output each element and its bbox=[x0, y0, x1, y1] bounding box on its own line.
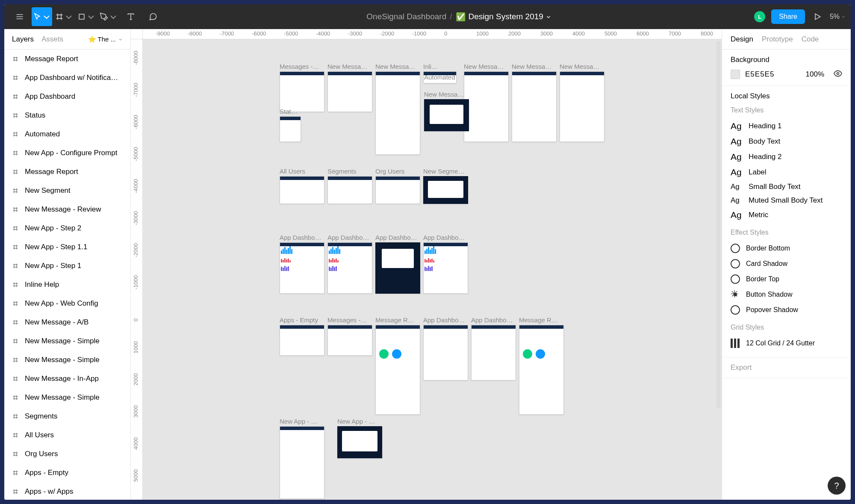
frame-thumbnail[interactable] bbox=[512, 71, 557, 142]
canvas[interactable]: -9000-8000-7000-6000-5000-4000-3000-2000… bbox=[131, 29, 722, 500]
text-style-item[interactable]: AgMetric bbox=[731, 207, 842, 223]
tab-prototype[interactable]: Prototype bbox=[762, 35, 793, 44]
frame-thumbnail[interactable] bbox=[423, 325, 468, 380]
effect-style-item[interactable]: Card Shadow bbox=[731, 256, 842, 271]
effect-style-item[interactable]: Border Top bbox=[731, 271, 842, 287]
layer-item[interactable]: Status bbox=[4, 106, 130, 125]
frame-label[interactable]: New Segme… bbox=[423, 168, 465, 175]
text-style-item[interactable]: AgMuted Small Body Text bbox=[731, 194, 842, 207]
frame-thumbnail[interactable] bbox=[327, 176, 372, 204]
frame-label[interactable]: New Messa… bbox=[375, 63, 415, 70]
layer-item[interactable]: New Message - A/B bbox=[4, 313, 130, 332]
layer-item[interactable]: Apps - Empty bbox=[4, 463, 130, 482]
frame-thumbnail[interactable] bbox=[423, 176, 468, 204]
frame-label[interactable]: Messages -… bbox=[327, 316, 367, 324]
effect-style-item[interactable]: Popover Shadow bbox=[731, 302, 842, 318]
scrollbar-vertical[interactable] bbox=[716, 41, 721, 409]
frame-thumbnail[interactable] bbox=[280, 176, 324, 204]
frame-label[interactable]: Message R… bbox=[375, 316, 414, 324]
frame-thumbnail[interactable] bbox=[375, 242, 420, 294]
move-tool[interactable] bbox=[32, 7, 52, 26]
present-button[interactable] bbox=[811, 7, 824, 26]
layer-item[interactable]: Message Report bbox=[4, 50, 130, 68]
frame-thumbnail[interactable] bbox=[423, 242, 468, 294]
frame-thumbnail[interactable] bbox=[375, 71, 420, 155]
frame-label[interactable]: Stat… bbox=[280, 108, 298, 115]
text-style-item[interactable]: AgLabel bbox=[731, 165, 842, 180]
frame-label[interactable]: Inli… bbox=[423, 63, 438, 70]
visibility-icon[interactable] bbox=[834, 69, 842, 80]
frame-label[interactable]: New App - … bbox=[337, 418, 375, 425]
grid-style-item[interactable]: 12 Col Grid / 24 Gutter bbox=[731, 336, 842, 351]
frame-thumbnail[interactable] bbox=[424, 99, 469, 131]
frame-label[interactable]: Apps - Empty bbox=[280, 316, 318, 324]
frame-label[interactable]: App Dashbo… bbox=[280, 234, 321, 241]
frame-thumbnail[interactable] bbox=[464, 71, 509, 142]
text-tool[interactable] bbox=[121, 7, 141, 26]
page-selector[interactable]: ⭐ The ... bbox=[88, 35, 123, 43]
frame-thumbnail[interactable] bbox=[280, 426, 324, 499]
layer-item[interactable]: New App - Step 1 bbox=[4, 256, 130, 275]
effect-style-item[interactable]: Border Bottom bbox=[731, 241, 842, 256]
frame-label[interactable]: Messages -… bbox=[280, 63, 319, 70]
frame-label[interactable]: New Messa… bbox=[560, 63, 599, 70]
frame-thumbnail[interactable] bbox=[337, 426, 382, 458]
frame-label[interactable]: New App - … bbox=[280, 418, 317, 425]
text-style-item[interactable]: AgBody Text bbox=[731, 134, 842, 149]
frame-label[interactable]: New Messa… bbox=[512, 63, 551, 70]
frame-tool[interactable] bbox=[54, 7, 74, 26]
frame-thumbnail[interactable] bbox=[375, 325, 420, 415]
layer-item[interactable]: New Message - Simple bbox=[4, 351, 130, 369]
pen-tool[interactable] bbox=[98, 7, 119, 26]
text-style-item[interactable]: AgHeading 2 bbox=[731, 149, 842, 165]
frame-label[interactable]: Automated bbox=[424, 74, 455, 81]
tab-layers[interactable]: Layers bbox=[12, 35, 34, 44]
frame-label[interactable]: App Dashbo… bbox=[327, 234, 369, 241]
frame-label[interactable]: App Dashbo… bbox=[423, 234, 465, 241]
layer-item[interactable]: New Segment bbox=[4, 181, 130, 200]
frame-thumbnail[interactable] bbox=[327, 325, 372, 356]
frame-label[interactable]: All Users bbox=[280, 168, 305, 175]
layer-item[interactable]: New Message - Review bbox=[4, 200, 130, 219]
layer-item[interactable]: All Users bbox=[4, 426, 130, 445]
layer-item[interactable]: New Message - In-App bbox=[4, 369, 130, 388]
frame-thumbnail[interactable] bbox=[327, 71, 372, 112]
breadcrumb-file[interactable]: ✅ Design System 2019 bbox=[456, 12, 551, 22]
layer-item[interactable]: New App - Step 1.1 bbox=[4, 238, 130, 256]
shape-tool[interactable] bbox=[76, 7, 97, 26]
frame-thumbnail[interactable] bbox=[560, 71, 604, 142]
frame-thumbnail[interactable] bbox=[280, 116, 301, 142]
text-style-item[interactable]: AgSmall Body Text bbox=[731, 180, 842, 194]
layer-item[interactable]: Message Report bbox=[4, 162, 130, 181]
layer-item[interactable]: Inline Help bbox=[4, 275, 130, 294]
frame-label[interactable]: App Dashbo… bbox=[423, 316, 465, 324]
frame-thumbnail[interactable] bbox=[471, 325, 516, 380]
frame-label[interactable]: App Dashbo… bbox=[375, 234, 417, 241]
breadcrumb[interactable]: OneSignal Dashboard / ✅ Design System 20… bbox=[163, 12, 754, 22]
layer-item[interactable]: Apps - w/ Apps bbox=[4, 482, 130, 500]
layer-item[interactable]: New Message - Simple bbox=[4, 332, 130, 351]
avatar[interactable]: L bbox=[754, 11, 765, 22]
layer-item[interactable]: App Dashboard w/ Notifica… bbox=[4, 68, 130, 87]
tab-design[interactable]: Design bbox=[731, 35, 753, 44]
frame-thumbnail[interactable] bbox=[280, 242, 324, 294]
bg-hex[interactable]: E5E5E5 bbox=[745, 70, 774, 79]
tab-code[interactable]: Code bbox=[802, 35, 819, 44]
frame-thumbnail[interactable] bbox=[280, 71, 324, 112]
layer-item[interactable]: New App - Configure Prompt bbox=[4, 144, 130, 162]
frame-label[interactable]: App Dashbo… bbox=[471, 316, 513, 324]
frame-label[interactable]: Segments bbox=[327, 168, 357, 175]
frame-label[interactable]: New Messa… bbox=[464, 63, 504, 70]
bg-opacity[interactable]: 100% bbox=[806, 70, 824, 79]
share-button[interactable]: Share bbox=[771, 9, 805, 24]
frame-label[interactable]: Org Users bbox=[375, 168, 404, 175]
layer-item[interactable]: New App - Web Config bbox=[4, 294, 130, 313]
layer-item[interactable]: App Dashboard bbox=[4, 87, 130, 106]
bg-swatch[interactable] bbox=[731, 70, 740, 79]
export-title[interactable]: Export bbox=[731, 363, 842, 372]
zoom-level[interactable]: 5% bbox=[830, 13, 846, 21]
comment-tool[interactable] bbox=[143, 7, 163, 26]
layer-item[interactable]: New Message - Simple bbox=[4, 388, 130, 407]
frame-thumbnail[interactable] bbox=[327, 242, 372, 294]
help-button[interactable]: ? bbox=[828, 477, 846, 495]
